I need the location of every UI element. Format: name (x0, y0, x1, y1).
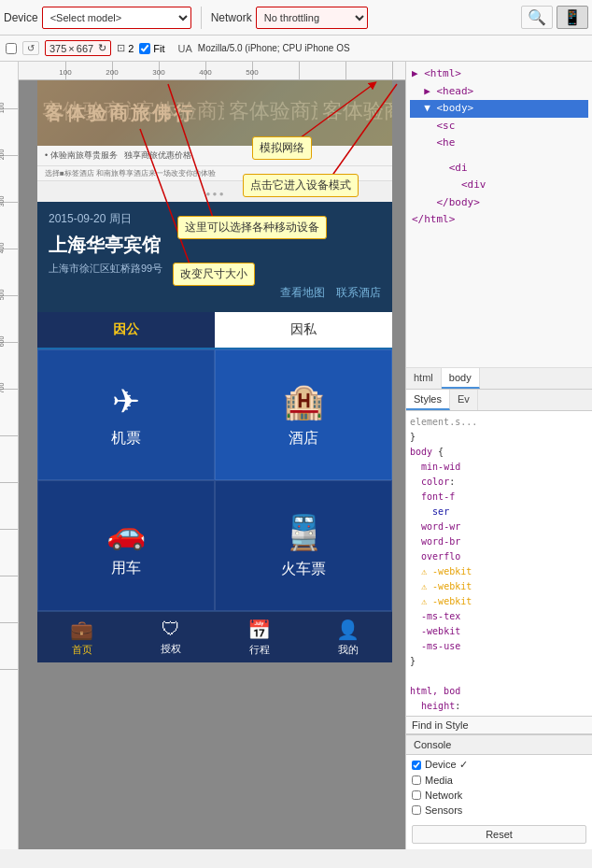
html-tree-line: ▶ <head> (410, 83, 588, 101)
style-line: } (410, 654, 588, 669)
network-checkbox[interactable] (412, 790, 421, 800)
dimensions-box: 375 × 667 ↻ (45, 40, 111, 56)
device-label: Device (4, 11, 38, 24)
fit-checkbox[interactable] (139, 43, 150, 54)
hotel-banner: 客体验商旅佛行 (37, 80, 392, 146)
train-label: 火车票 (281, 560, 326, 579)
nav-trip[interactable]: 📅 行程 (215, 612, 303, 662)
html-tree-line: <he (410, 135, 588, 152)
style-line: font-f (410, 490, 588, 505)
style-line: word-wr (410, 519, 588, 534)
media-checkbox-label: Media (425, 775, 453, 786)
dt-styles-tabs: Styles Ev (406, 390, 592, 411)
profile-icon: 👤 (336, 619, 359, 641)
media-checkbox[interactable] (412, 776, 421, 785)
train-icon: 🚆 (283, 513, 325, 552)
nav-home[interactable]: 💼 首页 (37, 612, 126, 662)
style-line: color: (410, 475, 588, 490)
network-select[interactable]: No throttling (256, 7, 368, 29)
sensors-checkbox[interactable] (412, 805, 421, 815)
nav-home-label: 首页 (72, 643, 92, 657)
html-tree-line: </body> (410, 194, 588, 212)
ua-value: Mozilla/5.0 (iPhone; CPU iPhone OS (198, 43, 350, 53)
sensors-checkbox-label: Sensors (425, 804, 462, 816)
preview-column: 100 200 300 400 500 客体验商旅佛行 • 体验南旅尊贵服务 独… (19, 62, 405, 849)
dt-tab-body[interactable]: body (442, 368, 480, 389)
dimension-x: × (68, 43, 74, 54)
checkbox-media[interactable]: Media (412, 773, 586, 788)
nav-auth[interactable]: 🛡 授权 (126, 612, 215, 662)
service-flight[interactable]: ✈ 机票 (37, 349, 215, 480)
hotel-header-title: 客体验商旅佛行 (45, 101, 195, 126)
hotel-label: 酒店 (289, 429, 318, 448)
dt-tab-ev[interactable]: Ev (450, 390, 478, 410)
service-grid: ✈ 机票 🏨 酒店 🚗 用车 🚆 火车票 (37, 349, 392, 611)
main-area: 100 200 300 400 500 600 700 100 200 300 … (0, 62, 592, 849)
search-button[interactable]: 🔍 (521, 6, 553, 29)
service-train[interactable]: 🚆 火车票 (215, 480, 392, 611)
dt-tab-styles[interactable]: Styles (406, 390, 450, 410)
style-warn-2: ⚠ -webkit (410, 579, 588, 594)
tab-private[interactable]: 因私 (215, 312, 392, 348)
html-tree-line: <div (410, 177, 588, 194)
height-value: 667 (77, 43, 93, 54)
checkbox-network[interactable]: Network (412, 788, 586, 803)
contact-link[interactable]: 联系酒店 (336, 285, 381, 301)
devtools-toolbar-row1: Device <Select model> Network No throttl… (0, 0, 592, 36)
dt-checkboxes: Device ✓ Media Network Sensors (406, 755, 592, 819)
device-checkbox-label: Device ✓ (425, 759, 468, 771)
nav-trip-label: 行程 (249, 643, 270, 657)
dt-tab-html[interactable]: html (406, 368, 442, 389)
hotel-date: 2015-09-20 周日 (49, 211, 381, 227)
mobile-preview: 客体验商旅佛行 • 体验南旅尊贵服务 独享商旅优惠价格 选择■标签酒店 和南旅尊… (19, 80, 405, 849)
mobile-screen: 客体验商旅佛行 • 体验南旅尊贵服务 独享商旅优惠价格 选择■标签酒店 和南旅尊… (37, 80, 392, 662)
service-bar-2: 选择■标签酒店 和南旅尊享酒店来一场改变你的体验 (37, 166, 392, 181)
html-tree-body-line[interactable]: ▼ <body> (410, 100, 588, 118)
device-checkbox[interactable] (412, 761, 421, 770)
car-icon: 🚗 (106, 514, 146, 551)
style-line: html, bod (410, 684, 588, 699)
checkbox-unknown[interactable] (6, 43, 17, 54)
style-line: } (410, 430, 588, 445)
style-warn-1: ⚠ -webkit (410, 564, 588, 579)
html-tree-line: ▶ <html> (410, 65, 588, 83)
rotate-button[interactable]: ↺ (22, 41, 39, 55)
home-icon: 💼 (70, 619, 93, 641)
network-label: Network (211, 11, 252, 24)
console-button[interactable]: Console (406, 734, 592, 755)
devtools-toolbar-row2: ↺ 375 × 667 ↻ ⊡ 2 Fit UA Mozilla/5.0 (iP… (0, 36, 592, 62)
style-line: overflo (410, 549, 588, 564)
bottom-nav: 💼 首页 🛡 授权 📅 行程 👤 我的 (37, 611, 392, 662)
hotel-icon: 🏨 (283, 382, 325, 421)
style-line: word-br (410, 534, 588, 549)
reset-button[interactable]: Reset (412, 825, 586, 844)
style-warn-3: ⚠ -webkit (410, 594, 588, 609)
style-line: -ms-use (410, 639, 588, 654)
map-link[interactable]: 查看地图 (280, 285, 325, 301)
dt-styles-panel: element.s... } body { min-wid color: fon… (406, 411, 592, 717)
tab-public[interactable]: 因公 (37, 312, 215, 348)
find-in-styles-bar: Find in Style (406, 716, 592, 734)
device-select[interactable]: <Select model> (42, 7, 191, 29)
service-car[interactable]: 🚗 用车 (37, 480, 215, 611)
hotel-address: 上海市徐汇区虹桥路99号 (49, 262, 381, 276)
trip-icon: 📅 (247, 619, 271, 641)
refresh-icon[interactable]: ↻ (98, 42, 106, 54)
hotel-name: 上海华亭宾馆 (49, 233, 381, 258)
style-line (410, 669, 588, 684)
car-label: 用车 (111, 559, 141, 578)
service-bar: • 体验南旅尊贵服务 独享商旅优惠价格 (37, 146, 392, 166)
device-mode-button[interactable]: 📱 (557, 6, 588, 29)
flight-label: 机票 (111, 429, 141, 448)
checkbox-sensors[interactable]: Sensors (412, 803, 586, 818)
network-section: Network No throttling (207, 0, 372, 35)
style-line: height: (410, 699, 588, 714)
tabs-section: 因公 因私 (37, 312, 392, 349)
nav-profile[interactable]: 👤 我的 (303, 612, 392, 662)
service-bar-text: • 体验南旅尊贵服务 独享商旅优惠价格 (45, 149, 191, 162)
checkbox-device[interactable]: Device ✓ (412, 757, 586, 773)
style-line: min-wid (410, 460, 588, 475)
scale-value: 2 (128, 43, 134, 54)
auth-icon: 🛡 (162, 619, 180, 640)
service-hotel[interactable]: 🏨 酒店 (215, 349, 392, 480)
